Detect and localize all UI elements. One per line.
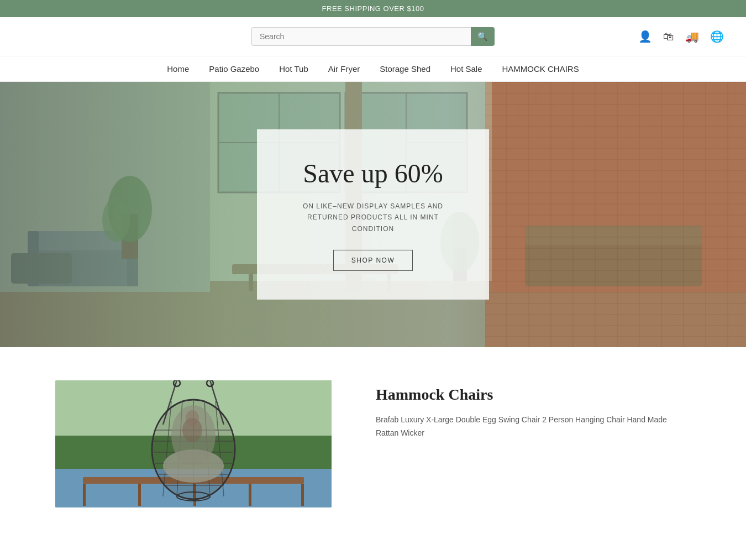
nav-item-hot-tub[interactable]: Hot Tub (279, 64, 308, 74)
hero-subtitle: ON LIKE–NEW DISPLAY SAMPLES AND RETURNED… (296, 201, 450, 234)
top-banner: FREE SHIPPING OVER $100 (0, 0, 746, 17)
search-button[interactable]: 🔍 (471, 27, 495, 46)
product-image-container (55, 380, 332, 507)
svg-rect-39 (249, 274, 253, 291)
svg-rect-54 (138, 484, 141, 506)
hero-section: Save up 60% ON LIKE–NEW DISPLAY SAMPLES … (0, 82, 746, 347)
svg-rect-53 (83, 484, 86, 506)
nav-item-patio-gazebo[interactable]: Patio Gazebo (209, 64, 259, 74)
header-icons: 👤 🛍 🚚 🌐 (638, 30, 724, 43)
nav-item-storage-shed[interactable]: Storage Shed (380, 64, 430, 74)
svg-rect-57 (301, 484, 304, 506)
language-icon[interactable]: 🌐 (710, 30, 724, 43)
svg-rect-37 (11, 253, 72, 284)
product-info: Hammock Chairs Brafab Luxury X-Large Dou… (376, 380, 680, 440)
product-section: Hammock Chairs Brafab Luxury X-Large Dou… (0, 347, 746, 541)
hero-overlay: Save up 60% ON LIKE–NEW DISPLAY SAMPLES … (257, 129, 489, 300)
delivery-icon[interactable]: 🚚 (685, 30, 699, 43)
nav-item-hammock-chairs[interactable]: HAMMOCK CHAIRS (502, 64, 579, 74)
header: 🔍 👤 🛍 🚚 🌐 (0, 17, 746, 56)
nav-item-hot-sale[interactable]: Hot Sale (450, 64, 482, 74)
hero-title: Save up 60% (296, 158, 450, 189)
search-bar: 🔍 (251, 27, 495, 46)
svg-point-45 (102, 198, 130, 242)
svg-point-79 (186, 410, 199, 426)
svg-rect-42 (525, 226, 702, 245)
svg-rect-56 (249, 484, 251, 506)
product-description: Brafab Luxury X-Large Double Egg Swing C… (376, 414, 680, 440)
product-image-svg (55, 380, 332, 507)
nav-item-home[interactable]: Home (167, 64, 189, 74)
shop-now-button[interactable]: SHOP NOW (333, 250, 413, 271)
product-image (55, 380, 332, 507)
navigation: Home Patio Gazebo Hot Tub Air Fryer Stor… (0, 56, 746, 82)
account-icon[interactable]: 👤 (638, 30, 652, 43)
nav-item-air-fryer[interactable]: Air Fryer (328, 64, 360, 74)
cart-icon[interactable]: 🛍 (663, 30, 674, 43)
search-icon: 🔍 (477, 32, 488, 41)
search-input[interactable] (251, 27, 471, 46)
svg-rect-41 (525, 242, 702, 286)
product-title: Hammock Chairs (376, 386, 680, 404)
banner-text: FREE SHIPPING OVER $100 (322, 4, 424, 13)
